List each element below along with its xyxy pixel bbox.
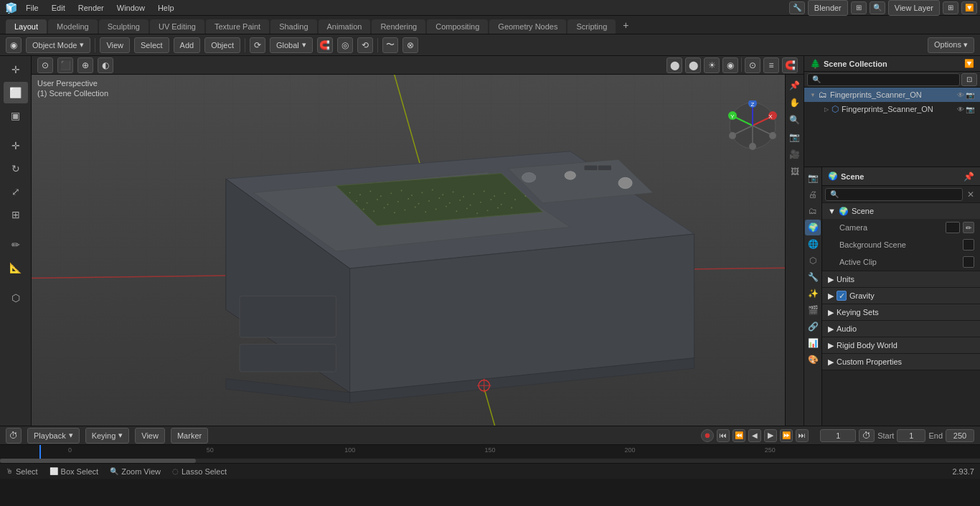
scene-section-header[interactable]: ▼ 🌍 Scene (822, 203, 980, 219)
viewport-solid[interactable]: ⬤ (685, 57, 701, 73)
view-frame-icon[interactable]: 🖼 (787, 164, 803, 179)
camera-edit-btn[interactable]: ✏ (963, 222, 974, 233)
select-box-tool[interactable]: ▣ (4, 105, 28, 126)
play-back-btn[interactable]: ◀ (748, 429, 761, 442)
timeline-mode-icon[interactable]: ⏱ (6, 428, 22, 444)
timeline-clock-icon[interactable]: ⏱ (859, 429, 875, 442)
props-search-input[interactable]: 🔍 (825, 188, 963, 201)
props-tab-constraints[interactable]: 🔗 (805, 319, 821, 334)
show-overlays-btn[interactable]: ≡ (763, 57, 779, 73)
search-icon[interactable]: 🔍 (870, 1, 885, 14)
active-clip-btn[interactable] (963, 256, 974, 268)
view-menu-btn[interactable]: View (100, 37, 130, 53)
tab-rendering[interactable]: Rendering (372, 19, 425, 34)
view-zoom-icon[interactable]: 🔍 (787, 112, 803, 128)
outliner-item-mesh[interactable]: ▷ ⬡ Fingerprints_Scanner_ON 👁 📷 (804, 102, 980, 116)
tab-geometry-nodes[interactable]: Geometry Nodes (489, 19, 566, 34)
rotate-tool[interactable]: ↻ (4, 158, 28, 179)
outliner-item-collection[interactable]: ▼ 🗂 Fingerprints_Scanner_ON 👁 📷 (804, 88, 980, 102)
play-btn[interactable]: ▶ (764, 429, 777, 442)
scene-options-icon[interactable]: ⊞ (851, 1, 867, 14)
props-tab-world[interactable]: 🌐 (805, 236, 821, 252)
move-tool[interactable]: ✛ (4, 135, 28, 156)
marker-btn[interactable]: Marker (171, 428, 208, 444)
viewport-overlay-icon[interactable]: ⊕ (77, 57, 93, 73)
end-frame-input[interactable]: 250 (946, 429, 974, 442)
keying-sets-header[interactable]: ▶ Keying Sets (822, 304, 980, 320)
add-workspace-btn[interactable]: + (617, 17, 634, 34)
props-tab-physics[interactable]: 🎬 (805, 302, 821, 318)
viewport-rendered[interactable]: ☀ (704, 57, 720, 73)
units-header[interactable]: ▶ Units (822, 271, 980, 287)
object-mode-dropdown[interactable]: Object Mode ▾ (26, 37, 90, 53)
show-gizmo-btn[interactable]: ⊙ (745, 57, 760, 73)
tab-texture-paint[interactable]: Texture Paint (206, 19, 269, 34)
step-back-btn[interactable]: ⏪ (732, 429, 745, 442)
props-tab-view[interactable]: 🗂 (805, 203, 821, 219)
timeline-scrollbar[interactable] (0, 459, 980, 463)
background-scene-btn[interactable] (963, 239, 974, 250)
current-frame-input[interactable]: 1 (820, 429, 856, 442)
viewport-gizmo[interactable]: X Y Z (727, 100, 778, 151)
options-dropdown[interactable]: Options ▾ (928, 37, 974, 53)
jump-end-btn[interactable]: ⏭ (796, 429, 809, 442)
view-pin-icon[interactable]: 📌 (787, 78, 803, 93)
tab-uv-editing[interactable]: UV Editing (150, 19, 204, 34)
outliner-filter-btn[interactable]: ⊡ (961, 73, 977, 86)
engine-icon[interactable]: 🔧 (789, 1, 805, 14)
snap-options-icon[interactable]: ⟲ (357, 37, 373, 53)
tab-compositing[interactable]: Compositing (427, 19, 488, 34)
keying-btn[interactable]: Keying ▾ (85, 428, 130, 444)
props-pin-icon[interactable]: 📌 (963, 172, 974, 182)
filter-icon[interactable]: 🔽 (961, 1, 977, 14)
menu-edit[interactable]: Edit (46, 2, 71, 14)
record-btn[interactable]: ⏺ (701, 429, 714, 442)
modifier-icon[interactable]: ⊗ (402, 37, 418, 53)
props-tab-modifier[interactable]: 🔧 (805, 269, 821, 285)
tab-animation[interactable]: Animation (319, 19, 371, 34)
transform-tool[interactable]: ⊞ (4, 204, 28, 225)
mesh-render-icon[interactable]: 📷 (966, 106, 974, 113)
props-tab-render[interactable]: 📷 (805, 170, 821, 186)
transform-icon[interactable]: ⟳ (250, 37, 265, 53)
view-btn[interactable]: View (135, 428, 165, 444)
menu-help[interactable]: Help (152, 2, 180, 14)
add-cube-tool[interactable]: ⬡ (4, 287, 28, 309)
cursor-tool[interactable]: ✛ (4, 59, 28, 80)
start-frame-input[interactable]: 1 (897, 429, 925, 442)
scene-dropdown[interactable]: Blender (808, 0, 848, 16)
render-icon[interactable]: 📷 (966, 91, 974, 99)
tab-sculpting[interactable]: Sculpting (99, 19, 149, 34)
playback-btn[interactable]: Playback ▾ (27, 428, 80, 444)
view-hand-icon[interactable]: ✋ (787, 95, 803, 111)
viewport-3d[interactable]: ⊙ ⬛ ⊕ ◐ ⬤ ⬤ ☀ ◉ ⊙ ≡ 🧲 (32, 56, 804, 426)
tab-layout[interactable]: Layout (6, 19, 47, 34)
view-camera-icon[interactable]: 📷 (787, 129, 803, 145)
outliner-filter-icon[interactable]: 🔽 (964, 59, 974, 68)
viewport-mode-icon[interactable]: ⊙ (37, 57, 53, 73)
props-tab-material[interactable]: 🎨 (805, 352, 821, 367)
object-menu-btn[interactable]: Object (204, 37, 240, 53)
props-close-search-icon[interactable]: ✕ (964, 188, 977, 201)
viewport-shading-icon[interactable]: ⬛ (57, 57, 73, 73)
measure-tool[interactable]: 📐 (4, 257, 28, 278)
snap-magnet-icon[interactable]: 🧲 (317, 37, 333, 53)
audio-header[interactable]: ▶ Audio (822, 321, 980, 337)
outliner-search-input[interactable]: 🔍 (807, 73, 960, 86)
tab-modeling[interactable]: Modeling (48, 19, 98, 34)
props-tab-particles[interactable]: ✨ (805, 286, 821, 301)
scale-tool[interactable]: ⤢ (4, 181, 28, 202)
gravity-checkbox[interactable]: ✓ (837, 291, 847, 301)
props-tab-scene[interactable]: 🌍 (805, 220, 821, 235)
timeline-body[interactable]: 0 50 100 150 200 250 (0, 445, 980, 463)
rigid-body-header[interactable]: ▶ Rigid Body World (822, 337, 980, 353)
visibility-icon[interactable]: 👁 (957, 91, 964, 99)
props-tab-data[interactable]: 📊 (805, 335, 821, 351)
menu-window[interactable]: Window (111, 2, 151, 14)
props-tab-output[interactable]: 🖨 (805, 187, 821, 202)
global-dropdown[interactable]: Global ▾ (270, 37, 313, 53)
tab-shading[interactable]: Shading (270, 19, 316, 34)
viewport-look-dev[interactable]: ⬤ (666, 57, 682, 73)
add-menu-btn[interactable]: Add (174, 37, 201, 53)
view-camera2-icon[interactable]: 🎥 (787, 146, 803, 162)
